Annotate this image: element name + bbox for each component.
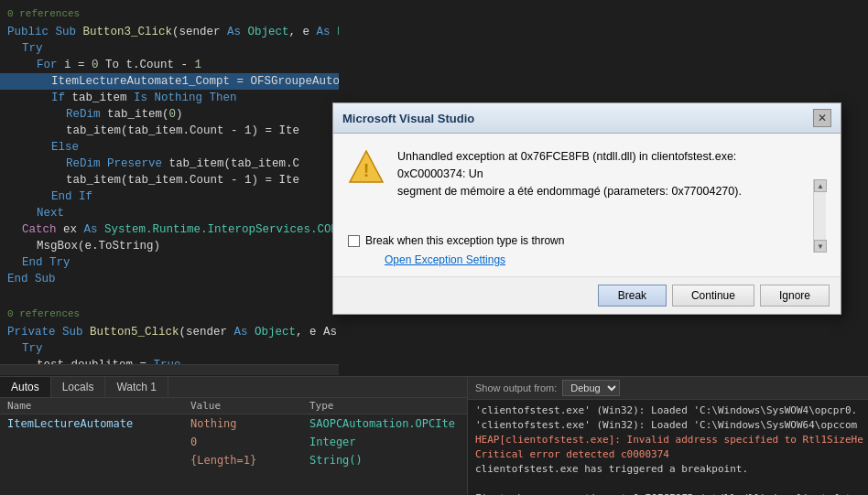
- code-line-if: If tab_item Is Nothing Then: [0, 90, 339, 106]
- panel-tabs: Autos Locals Watch 1: [0, 377, 467, 398]
- variables-panel: Autos Locals Watch 1 Name Value Type Ite…: [0, 376, 467, 495]
- var-type-3: String(): [309, 452, 460, 468]
- dialog-titlebar: Microsoft Visual Studio ✕: [333, 103, 841, 134]
- reference-count-2: 0 references: [0, 304, 339, 324]
- code-line-catch: Catch ex As System.Runtime.InteropServic…: [0, 221, 339, 238]
- break-exception-checkbox[interactable]: [348, 235, 360, 247]
- col-value: Value: [190, 400, 309, 412]
- code-line-msgbox: MsgBox(e.ToString): [0, 238, 339, 254]
- break-exception-label: Break when this exception type is thrown: [365, 234, 564, 247]
- code-line-endtry: End Try: [0, 254, 339, 271]
- table-row: 0 Integer: [0, 433, 467, 451]
- scroll-track: [814, 192, 826, 240]
- code-line-additem: ItemLectureAutomate1_Compt = OFSGroupeAu…: [0, 73, 339, 90]
- var-name-1: ItemLectureAutomate: [7, 415, 190, 432]
- dialog-close-button[interactable]: ✕: [813, 109, 831, 127]
- output-line-4: Critical error detected c0000374: [475, 447, 861, 462]
- tab-locals[interactable]: Locals: [51, 377, 106, 397]
- output-line-empty: [475, 477, 861, 491]
- code-line-try2: Try: [0, 340, 339, 357]
- dialog-message-line2: segment de mémoire a été endommagé (para…: [397, 183, 800, 200]
- var-value-1: Nothing: [190, 415, 309, 432]
- dialog-message-line1: Unhandled exception at 0x76FCE8FB (ntdll…: [397, 148, 800, 183]
- open-exception-settings-link[interactable]: Open Exception Settings: [385, 253, 505, 266]
- reference-count-1: 0 references: [0, 4, 339, 24]
- break-button[interactable]: Break: [598, 285, 667, 307]
- code-line-endsub: End Sub: [0, 271, 339, 287]
- output-line-5: clientofstest.exe has triggered a breakp…: [475, 462, 861, 477]
- var-name-2: [7, 434, 190, 450]
- var-name-3: [7, 452, 190, 468]
- exception-checkbox-row: Break when this exception type is thrown: [348, 234, 826, 247]
- code-line-tabitem1: tab_item(tab_item.Count - 1) = Ite: [0, 123, 339, 139]
- continue-button[interactable]: Continue: [672, 285, 754, 307]
- code-hscrollbar[interactable]: [0, 364, 339, 375]
- svg-text:!: !: [363, 160, 370, 180]
- dialog-body: ! Unhandled exception at 0x76FCE8FB (ntd…: [333, 134, 841, 276]
- scroll-up-arrow[interactable]: ▲: [814, 179, 827, 192]
- table-row: {Length=1} String(): [0, 451, 467, 469]
- code-line-tabitem2: tab_item(tab_item.Count - 1) = Ite: [0, 172, 339, 188]
- warning-icon: !: [348, 148, 385, 185]
- output-header: Show output from: Debug: [468, 377, 868, 400]
- var-value-3: {Length=1}: [190, 452, 309, 468]
- code-editor: 0 references Public Sub Button3_Click(se…: [0, 0, 339, 375]
- output-label: Show output from:: [475, 382, 557, 393]
- table-headers: Name Value Type: [0, 398, 467, 414]
- exception-dialog: Microsoft Visual Studio ✕ ! Unhandled ex…: [332, 102, 841, 315]
- table-row: ItemLectureAutomate Nothing SAOPCAutomat…: [0, 414, 467, 433]
- output-source-select[interactable]: Debug: [562, 380, 620, 396]
- tab-autos[interactable]: Autos: [0, 377, 51, 397]
- code-line-for: For i = 0 To t.Count - 1: [0, 57, 339, 73]
- output-content: 'clientofstest.exe' (Win32): Loaded 'C:\…: [468, 400, 868, 495]
- code-line-sub-button5: Private Sub Button5_Click(sender As Obje…: [0, 324, 339, 340]
- output-line-6: First-chance exception at 0x76FCE8FB (nt…: [475, 491, 861, 495]
- col-type: Type: [309, 400, 460, 412]
- dialog-scrollbar[interactable]: ▲ ▼: [813, 179, 826, 253]
- output-panel: Show output from: Debug 'clientofstest.e…: [467, 376, 868, 495]
- output-line-3: HEAP[clientofstest.exe]: Invalid address…: [475, 433, 861, 447]
- code-line-redim-preserve: ReDim Preserve tab_item(tab_item.C: [0, 156, 339, 172]
- var-value-2: 0: [190, 434, 309, 450]
- code-line-try: Try: [0, 40, 339, 57]
- variables-table: Name Value Type ItemLectureAutomate Noth…: [0, 398, 467, 469]
- output-line-1: 'clientofstest.exe' (Win32): Loaded 'C:\…: [475, 404, 861, 418]
- col-name: Name: [7, 400, 190, 412]
- output-line-2: 'clientofstest.exe' (Win32): Loaded 'C:\…: [475, 418, 861, 433]
- code-line-sub-button3: Public Sub Button3_Click(sender As Objec…: [0, 24, 339, 40]
- code-line-endif: End If: [0, 188, 339, 205]
- var-type-2: Integer: [309, 434, 460, 450]
- code-line-else: Else: [0, 139, 339, 156]
- dialog-buttons: Break Continue Ignore: [333, 276, 841, 314]
- dialog-content-row: ! Unhandled exception at 0x76FCE8FB (ntd…: [348, 148, 826, 221]
- code-line-empty: [0, 287, 339, 304]
- scroll-down-arrow[interactable]: ▼: [814, 240, 827, 253]
- ignore-button[interactable]: Ignore: [760, 285, 830, 307]
- code-line-redim: ReDim tab_item(0): [0, 106, 339, 123]
- dialog-title: Microsoft Visual Studio: [342, 112, 474, 125]
- tab-watch1[interactable]: Watch 1: [105, 377, 168, 397]
- var-type-1: SAOPCAutomation.OPCIte: [309, 415, 460, 432]
- code-line-next: Next: [0, 205, 339, 221]
- dialog-message: Unhandled exception at 0x76FCE8FB (ntdll…: [397, 148, 800, 199]
